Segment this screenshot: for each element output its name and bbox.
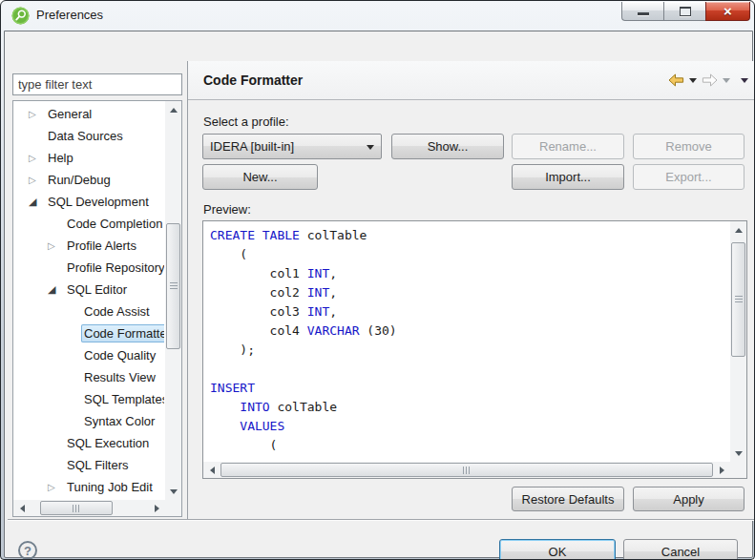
tree-item-profile-repository[interactable]: Profile Repository [14, 257, 164, 279]
tree-item-sql-execution[interactable]: SQL Execution [14, 432, 164, 454]
collapsed-twistie-icon[interactable]: ▷ [48, 476, 64, 498]
scroll-right-button[interactable] [149, 500, 165, 516]
down-arrow-icon [170, 489, 178, 498]
left-arrow-icon [16, 505, 25, 512]
forward-button[interactable] [702, 73, 718, 87]
back-button[interactable] [668, 73, 684, 87]
tree-item-label: Syntax Color [81, 412, 157, 430]
code-line: col3 INT, [210, 302, 729, 321]
scroll-up-button[interactable] [730, 221, 746, 238]
minimize-button[interactable] [621, 2, 663, 21]
expanded-twistie-icon[interactable]: ◢ [29, 191, 45, 213]
help-button[interactable]: ? [18, 541, 37, 560]
grip-icon [170, 282, 178, 290]
page-title: Code Formatter [203, 73, 303, 88]
scroll-left-button[interactable] [203, 462, 220, 478]
tree-item-label: SQL Filters [64, 456, 132, 474]
code-line: col4 VARCHAR (30) [210, 321, 729, 341]
down-arrow-icon [735, 451, 743, 460]
scroll-down-button[interactable] [165, 484, 181, 500]
page-header: Code Formatter [188, 61, 755, 100]
code-line [210, 360, 729, 379]
tree-vscroll-thumb[interactable] [166, 223, 180, 349]
tree-items: ▷GeneralData Sources▷Help▷Run/Debug◢SQL … [14, 103, 164, 499]
tree-item-sql-editor[interactable]: ◢SQL Editor [14, 279, 164, 301]
ok-button[interactable]: OK [499, 539, 616, 560]
scroll-left-button[interactable] [13, 500, 30, 516]
maximize-button[interactable] [663, 2, 705, 21]
window-controls: × [621, 2, 750, 21]
tree-item-label: Code Completion [64, 215, 164, 233]
preview-horizontal-scrollbar[interactable] [203, 462, 730, 478]
show-button[interactable]: Show... [391, 134, 504, 159]
restore-defaults-button[interactable]: Restore Defaults [512, 487, 624, 511]
tree-item-label: Profile Repository [64, 259, 164, 277]
tree-hscroll-thumb[interactable] [40, 501, 113, 515]
code-line: col2 INT, [210, 283, 729, 302]
tree-item-code-quality[interactable]: Code Quality [14, 344, 164, 366]
expanded-twistie-icon[interactable]: ◢ [48, 279, 64, 301]
code-line: INTO colTable [210, 398, 729, 417]
code-preview[interactable]: CREATE TABLE colTable ( col1 INT, col2 I… [202, 220, 747, 479]
import-button[interactable]: Import... [512, 164, 624, 190]
tree-item-data-sources[interactable]: Data Sources [14, 125, 164, 147]
tree-item-help[interactable]: ▷Help [14, 147, 164, 169]
tree-item-label: Data Sources [45, 127, 126, 145]
code-editor-content: CREATE TABLE colTable ( col1 INT, col2 I… [204, 222, 729, 461]
scroll-right-button[interactable] [714, 462, 730, 478]
profile-dropdown-value: IDERA [built-in] [210, 139, 294, 154]
rename-button[interactable]: Rename... [512, 134, 624, 159]
preview-label: Preview: [203, 202, 251, 217]
grip-icon [73, 505, 80, 512]
remove-button[interactable]: Remove [633, 134, 745, 159]
code-line: ( [210, 245, 729, 264]
right-arrow-icon [155, 505, 163, 512]
close-icon: × [724, 3, 732, 20]
tree-item-run-debug[interactable]: ▷Run/Debug [14, 169, 164, 191]
tree-item-label: Run/Debug [45, 171, 114, 189]
tree-horizontal-scrollbar[interactable] [13, 500, 165, 516]
tree-item-sql-filters[interactable]: SQL Filters [14, 454, 164, 476]
tree-item-label: Profile Alerts [64, 237, 139, 255]
tree-item-code-completion[interactable]: Code Completion [14, 213, 164, 235]
back-history-dropdown-icon[interactable] [689, 78, 697, 87]
scrollbar-corner [165, 500, 181, 516]
forward-history-dropdown-icon[interactable] [723, 78, 730, 87]
collapsed-twistie-icon[interactable]: ▷ [29, 147, 45, 169]
preview-hscroll-thumb[interactable] [220, 463, 713, 477]
collapsed-twistie-icon[interactable]: ▷ [48, 235, 64, 257]
filter-input[interactable] [12, 73, 182, 95]
minimize-icon [638, 12, 649, 15]
select-profile-label: Select a profile: [203, 114, 289, 129]
preferences-tree[interactable]: ▷GeneralData Sources▷Help▷Run/Debug◢SQL … [12, 100, 182, 517]
collapsed-twistie-icon[interactable]: ▷ [29, 103, 45, 125]
close-button[interactable]: × [705, 2, 750, 21]
tree-item-tuning-job-edit[interactable]: ▷Tuning Job Edit [14, 476, 164, 498]
tree-item-label: Tuning Job Edit [64, 478, 156, 496]
apply-button[interactable]: Apply [633, 487, 745, 511]
tree-item-sql-templates[interactable]: SQL Templates [14, 388, 164, 410]
tree-item-sql-development[interactable]: ◢SQL Development [14, 191, 164, 213]
code-line: CREATE TABLE colTable [210, 226, 729, 245]
tree-item-label: SQL Execution [64, 434, 152, 452]
export-button[interactable]: Export... [633, 164, 745, 190]
scroll-down-button[interactable] [730, 446, 746, 462]
tree-vertical-scrollbar[interactable] [165, 101, 181, 500]
view-menu-icon[interactable] [741, 78, 748, 87]
tree-item-general[interactable]: ▷General [14, 103, 164, 125]
tree-item-profile-alerts[interactable]: ▷Profile Alerts [14, 235, 164, 257]
tree-item-code-formatter[interactable]: Code Formatter [14, 322, 164, 344]
tree-item-syntax-color[interactable]: Syntax Color [14, 410, 164, 432]
preview-vertical-scrollbar[interactable] [730, 221, 746, 462]
collapsed-twistie-icon[interactable]: ▷ [29, 169, 45, 191]
tree-item-label: Help [45, 149, 76, 167]
tree-item-code-assist[interactable]: Code Assist [14, 301, 164, 322]
tree-item-label: General [45, 105, 94, 123]
new-button[interactable]: New... [202, 164, 318, 190]
cancel-button[interactable]: Cancel [623, 539, 738, 560]
titlebar[interactable]: Preferences × [1, 1, 754, 31]
preview-vscroll-thumb[interactable] [731, 242, 745, 357]
profile-dropdown[interactable]: IDERA [built-in] [202, 134, 382, 159]
tree-item-results-view[interactable]: Results View [14, 366, 164, 388]
scroll-up-button[interactable] [165, 101, 181, 117]
